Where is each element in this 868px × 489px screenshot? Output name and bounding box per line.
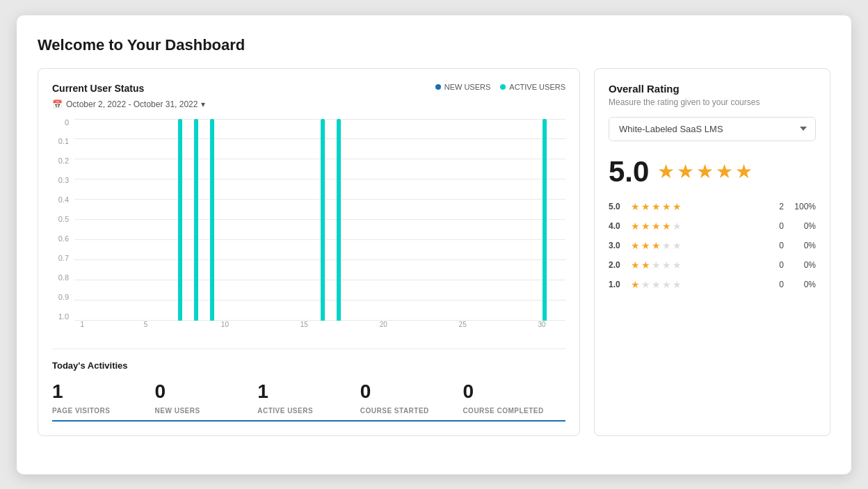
star-icon: ★ — [631, 259, 640, 271]
bar-group — [376, 119, 392, 321]
star-icon: ★ — [673, 201, 682, 212]
rating-count: 0 — [770, 221, 784, 231]
stat-item: 1PAGE VISITORS — [52, 380, 155, 422]
star-1: ★ — [657, 160, 675, 183]
rating-stars: ★★★★★ — [631, 221, 682, 232]
bar-group — [90, 119, 106, 321]
right-panel: Overall Rating Measure the rating given … — [594, 68, 830, 436]
activities-section: Today's Activities 1PAGE VISITORS0NEW US… — [52, 348, 565, 422]
stat-label: ACTIVE USERS — [257, 407, 360, 415]
star-icon: ★ — [641, 201, 650, 212]
legend-dot-new — [435, 84, 441, 90]
star-icon: ★ — [652, 259, 661, 271]
x-label: 1 — [74, 321, 90, 335]
bar-group — [486, 119, 502, 321]
star-2: ★ — [677, 160, 694, 183]
legend-label-active: ACTIVE USERS — [509, 83, 565, 91]
stat-item: 1ACTIVE USERS — [257, 380, 360, 422]
y-label-10: 1.0 — [52, 313, 69, 321]
star-icon: ★ — [652, 221, 661, 232]
x-label — [360, 321, 376, 335]
bar-group — [138, 119, 154, 321]
rating-row: 2.0★★★★★00% — [609, 259, 816, 271]
bar-group — [360, 119, 376, 321]
rating-row: 4.0★★★★★00% — [609, 221, 816, 232]
stat-label: COURSE STARTED — [360, 407, 463, 415]
bar-group — [502, 119, 518, 321]
x-label — [471, 321, 487, 335]
date-range-picker[interactable]: 📅 October 2, 2022 - October 31, 2022 ▾ — [52, 99, 565, 109]
star-5: ★ — [735, 160, 753, 183]
x-label — [328, 321, 344, 335]
rating-pct: 0% — [791, 280, 816, 289]
main-content: Current User Status NEW USERS ACTIVE USE… — [38, 68, 830, 436]
y-label-00: 0 — [52, 119, 69, 127]
star-icon: ★ — [641, 221, 650, 232]
star-icon: ★ — [673, 221, 682, 232]
x-label — [502, 321, 518, 335]
rating-row: 3.0★★★★★00% — [609, 240, 816, 251]
y-label-01: 0.1 — [52, 138, 69, 145]
bar-group — [74, 119, 90, 321]
bar-active — [321, 119, 325, 321]
x-label — [201, 321, 217, 335]
rating-stars: ★★★★★ — [631, 259, 682, 271]
rating-stars: ★★★★★ — [631, 279, 682, 290]
legend-dot-active — [500, 84, 506, 90]
bar-group — [264, 119, 280, 321]
bar-active — [542, 119, 547, 321]
rating-stars: ★★★★★ — [631, 201, 682, 212]
rating-score-label: 2.0 — [609, 260, 624, 270]
star-icon: ★ — [631, 201, 640, 212]
x-label — [423, 321, 439, 335]
bar-group — [407, 119, 423, 321]
bar-group — [201, 119, 217, 321]
rating-count: 2 — [770, 202, 784, 211]
legend-label-new: NEW USERS — [444, 83, 491, 91]
rating-pct: 0% — [791, 221, 816, 231]
x-label — [518, 321, 534, 335]
y-label-07: 0.7 — [52, 255, 69, 262]
y-label-06: 0.6 — [52, 235, 69, 243]
bar-group — [296, 119, 312, 321]
rating-score-label: 3.0 — [609, 241, 624, 250]
star-icon: ★ — [662, 240, 671, 251]
bar-group — [249, 119, 265, 321]
stat-label: NEW USERS — [155, 407, 258, 415]
bar-group — [439, 119, 455, 321]
x-label — [392, 321, 408, 335]
bar-group — [280, 119, 296, 321]
stat-value: 0 — [463, 380, 565, 403]
bar-active — [210, 119, 214, 321]
bar-group — [312, 119, 328, 321]
y-label-02: 0.2 — [52, 157, 69, 165]
star-icon: ★ — [652, 279, 661, 290]
x-label — [407, 321, 423, 335]
x-axis-labels: 151015202530 — [74, 321, 565, 335]
y-label-09: 0.9 — [52, 294, 69, 301]
star-icon: ★ — [641, 259, 650, 271]
stat-value: 1 — [52, 380, 155, 403]
date-range-text: October 2, 2022 - October 31, 2022 — [66, 99, 198, 109]
star-icon: ★ — [673, 279, 682, 290]
x-label — [106, 321, 122, 335]
y-label-05: 0.5 — [52, 216, 69, 223]
x-label: 20 — [376, 321, 392, 335]
y-label-08: 0.8 — [52, 274, 69, 282]
bar-group — [106, 119, 122, 321]
stat-item: 0COURSE STARTED — [360, 380, 463, 422]
chart-inner: 151015202530 — [74, 119, 565, 335]
chevron-down-icon: ▾ — [201, 99, 205, 109]
stat-value: 1 — [257, 380, 360, 403]
bar-group — [549, 119, 565, 321]
legend-active-users: ACTIVE USERS — [500, 83, 565, 91]
x-label — [170, 321, 186, 335]
y-label-03: 0.3 — [52, 177, 69, 184]
course-select[interactable]: White-Labeled SaaS LMS — [609, 117, 816, 141]
calendar-icon: 📅 — [52, 99, 63, 109]
x-label — [344, 321, 360, 335]
bar-active — [178, 119, 182, 321]
bar-group — [455, 119, 471, 321]
bars-area — [74, 119, 565, 321]
x-label: 10 — [217, 321, 233, 335]
